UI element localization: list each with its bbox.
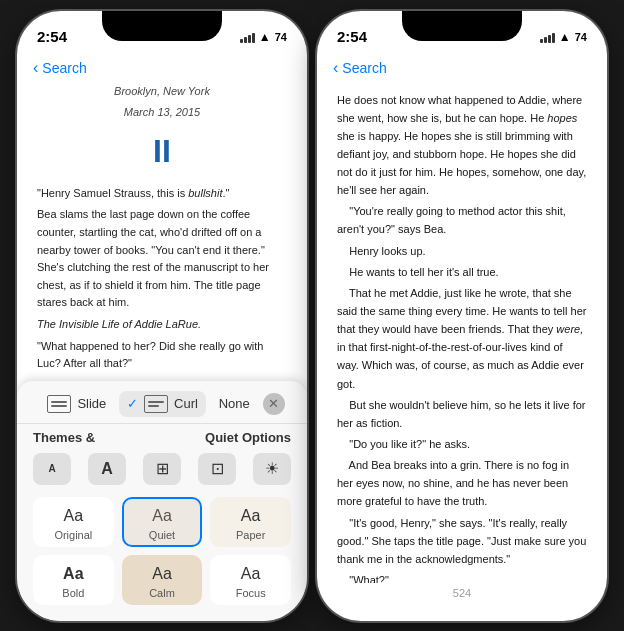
theme-calm-preview: Aa [152, 565, 172, 583]
font-icon: ⊞ [156, 459, 169, 478]
theme-focus-label: Focus [236, 587, 266, 599]
battery-label: 74 [275, 31, 287, 43]
theme-original[interactable]: Aa Original [33, 497, 114, 547]
notch-right [402, 11, 522, 41]
book-text: "Henry Samuel Strauss, this is bullshit.… [37, 185, 287, 413]
time-right: 2:54 [337, 28, 367, 45]
brightness-button[interactable]: ☀ [253, 453, 291, 485]
bottom-panel: Slide ✓ Curl None ✕ [17, 381, 307, 621]
signal-icon [240, 31, 255, 43]
theme-quiet[interactable]: Aa Quiet [122, 497, 203, 547]
checkmark-icon: ✓ [127, 396, 138, 411]
left-phone: 2:54 ▲ 74 ‹ Search Brooklyn, New York Ma… [17, 11, 307, 621]
theme-bold-preview: Aa [63, 565, 83, 583]
none-label: None [219, 396, 250, 411]
themes-subtitle: Quiet Options [205, 430, 291, 445]
time-left: 2:54 [37, 28, 67, 45]
font-large-button[interactable]: A [88, 453, 126, 485]
wifi-icon-right: ▲ [559, 30, 571, 44]
close-icon: ✕ [268, 396, 279, 411]
theme-focus[interactable]: Aa Focus [210, 555, 291, 605]
page-number: 524 [317, 583, 607, 603]
scroll-curl[interactable]: ✓ Curl [119, 391, 206, 417]
scroll-slide[interactable]: Slide [39, 391, 114, 417]
theme-original-label: Original [54, 529, 92, 541]
back-arrow-right: ‹ [333, 59, 338, 77]
reading-content: He does not know what happened to Addie,… [317, 83, 607, 583]
font-small-button[interactable]: A [33, 453, 71, 485]
book-content-left: Brooklyn, New York March 13, 2015 II "He… [17, 83, 307, 413]
status-icons-right: ▲ 74 [540, 30, 587, 44]
close-button[interactable]: ✕ [263, 393, 285, 415]
slide-icon [47, 395, 71, 413]
nav-bar-left[interactable]: ‹ Search [17, 55, 307, 83]
battery-label-right: 74 [575, 31, 587, 43]
notch-left [102, 11, 222, 41]
nav-back-label-right: Search [342, 60, 386, 76]
theme-quiet-preview: Aa [152, 507, 172, 525]
theme-quiet-label: Quiet [149, 529, 175, 541]
brightness-icon: ☀ [265, 459, 279, 478]
layout-icon: ⊡ [211, 459, 224, 478]
nav-bar-right[interactable]: ‹ Search [317, 55, 607, 83]
font-family-button[interactable]: ⊞ [143, 453, 181, 485]
theme-bold-label: Bold [62, 587, 84, 599]
nav-back-label-left: Search [42, 60, 86, 76]
scroll-none[interactable]: None [211, 392, 258, 415]
scroll-options: Slide ✓ Curl None ✕ [17, 381, 307, 424]
theme-original-preview: Aa [64, 507, 84, 525]
curl-label: Curl [174, 396, 198, 411]
chapter-number: II [37, 126, 287, 177]
themes-grid: Aa Original Aa Quiet Aa Paper Aa Bold Aa [17, 493, 307, 621]
signal-icon-right [540, 31, 555, 43]
slide-label: Slide [77, 396, 106, 411]
themes-title: Themes & [33, 430, 95, 445]
back-arrow-left: ‹ [33, 59, 38, 77]
theme-calm[interactable]: Aa Calm [122, 555, 203, 605]
phones-container: 2:54 ▲ 74 ‹ Search Brooklyn, New York Ma… [17, 11, 607, 621]
theme-paper-label: Paper [236, 529, 265, 541]
theme-bold[interactable]: Aa Bold [33, 555, 114, 605]
font-controls: A A ⊞ ⊡ ☀ [17, 449, 307, 493]
theme-focus-preview: Aa [241, 565, 261, 583]
book-date: March 13, 2015 [37, 104, 287, 122]
wifi-icon: ▲ [259, 30, 271, 44]
theme-paper[interactable]: Aa Paper [210, 497, 291, 547]
theme-calm-label: Calm [149, 587, 175, 599]
curl-icon [144, 395, 168, 413]
layout-button[interactable]: ⊡ [198, 453, 236, 485]
themes-header: Themes & Quiet Options [17, 424, 307, 449]
theme-paper-preview: Aa [241, 507, 261, 525]
right-phone: 2:54 ▲ 74 ‹ Search He does not know what… [317, 11, 607, 621]
status-icons-left: ▲ 74 [240, 30, 287, 44]
book-location: Brooklyn, New York [37, 83, 287, 101]
